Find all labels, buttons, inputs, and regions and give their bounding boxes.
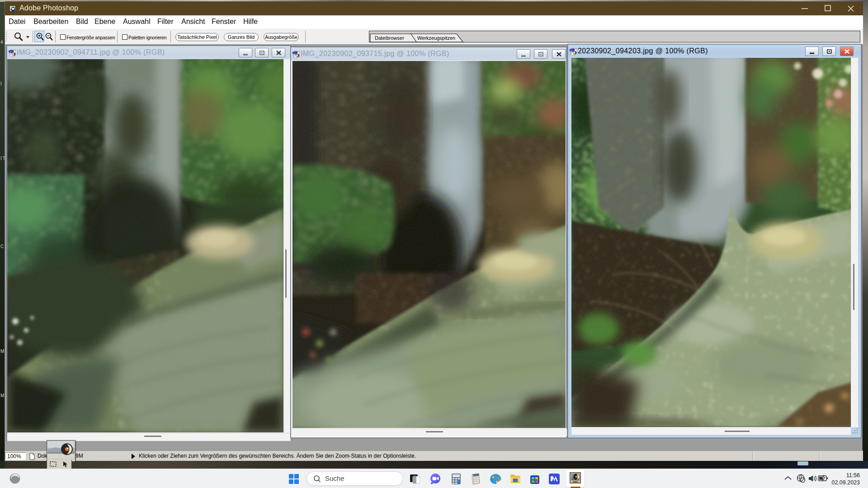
svg-text:Werkzeugspitzen: Werkzeugspitzen xyxy=(417,35,455,41)
svg-text:Dateibrowser: Dateibrowser xyxy=(375,35,404,41)
